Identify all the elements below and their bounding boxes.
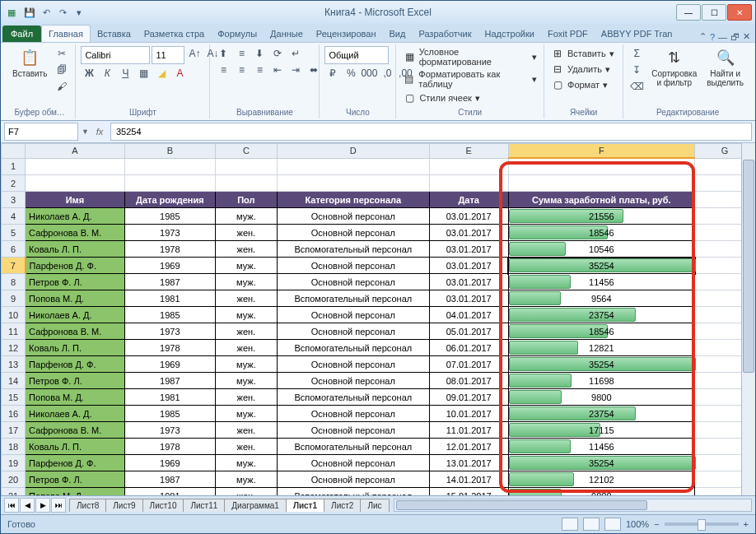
cell-cat[interactable]: Основной персонал <box>277 422 429 439</box>
doc-restore-icon[interactable]: 🗗 <box>730 32 740 42</box>
cell-name[interactable]: Николаев А. Д. <box>26 208 125 225</box>
cell-name[interactable]: Николаев А. Д. <box>26 307 125 323</box>
vertical-scrollbar[interactable] <box>741 143 755 495</box>
cell-birth[interactable]: 1985 <box>124 406 215 422</box>
cell-name[interactable]: Сафронова В. М. <box>26 225 125 241</box>
tab-nav-next-icon[interactable]: ▶ <box>35 498 50 513</box>
row-header[interactable]: 7 <box>2 258 26 274</box>
spreadsheet-grid[interactable]: ABCDEFG 123ИмяДата рожденияПолКатегория … <box>1 143 755 495</box>
cell-cat[interactable]: Вспомогательный персонал <box>277 290 429 307</box>
sheet-tab[interactable]: Лис <box>360 499 389 512</box>
grow-font-icon[interactable]: A↑ <box>186 46 203 61</box>
cell-birth[interactable]: 1987 <box>124 274 215 290</box>
cell-name[interactable]: Парфенов Д. Ф. <box>26 356 125 373</box>
tab-nav-last-icon[interactable]: ⏭ <box>51 498 66 513</box>
cell-birth[interactable]: 1985 <box>124 208 215 225</box>
indent-dec-icon[interactable]: ⇤ <box>269 63 286 77</box>
cell-sex[interactable]: муж. <box>215 455 277 471</box>
cell-sex[interactable]: муж. <box>215 406 277 422</box>
name-box[interactable]: F7 <box>4 123 78 141</box>
table-header-sum[interactable]: Сумма заработной платы, руб. <box>508 192 695 208</box>
paste-button[interactable]: 📋 Вставить <box>9 46 50 80</box>
row-header[interactable]: 18 <box>2 439 26 455</box>
cell-name[interactable]: Коваль Л. П. <box>26 241 125 258</box>
cell[interactable] <box>26 175 125 192</box>
tab-formulas[interactable]: Формулы <box>211 26 264 42</box>
minimize-button[interactable]: — <box>676 4 701 21</box>
orientation-icon[interactable]: ⟳ <box>269 46 286 61</box>
tab-layout[interactable]: Разметка стра <box>138 26 211 42</box>
col-header-C[interactable]: C <box>215 144 277 159</box>
cell-birth[interactable]: 1973 <box>124 323 215 340</box>
cell[interactable] <box>429 175 508 192</box>
cell-sum[interactable]: 11456 <box>508 439 695 455</box>
tab-data[interactable]: Данные <box>264 26 310 42</box>
row-header[interactable]: 5 <box>2 225 26 241</box>
clear-icon[interactable]: ⌫ <box>628 79 645 94</box>
cell-styles-button[interactable]: ▢Стили ячеек ▾ <box>401 91 481 105</box>
align-right-icon[interactable]: ≡ <box>251 63 268 77</box>
align-center-icon[interactable]: ≡ <box>233 63 250 77</box>
cell[interactable] <box>429 158 508 175</box>
cell-name[interactable]: Сафронова В. М. <box>26 422 125 439</box>
percent-icon[interactable]: % <box>343 66 359 81</box>
row-header[interactable]: 15 <box>2 389 26 406</box>
comma-icon[interactable]: 000 <box>361 66 377 81</box>
cell[interactable] <box>124 158 215 175</box>
cell-sex[interactable]: жен. <box>215 389 277 406</box>
autosum-icon[interactable]: Σ <box>628 46 645 61</box>
cell-birth[interactable]: 1985 <box>124 307 215 323</box>
sheet-tab[interactable]: Лист9 <box>105 499 142 512</box>
cell-date[interactable]: 15.01.2017 <box>429 488 508 496</box>
view-break-icon[interactable] <box>604 518 621 531</box>
sheet-tab[interactable]: Лист11 <box>183 499 225 512</box>
row-header[interactable]: 6 <box>2 241 26 258</box>
cell-birth[interactable]: 1981 <box>124 389 215 406</box>
table-header-name[interactable]: Имя <box>26 192 125 208</box>
cell[interactable] <box>508 175 695 192</box>
qat-dropdown-icon[interactable]: ▾ <box>72 5 86 20</box>
cell-sex[interactable]: жен. <box>215 439 277 455</box>
cell-sum[interactable]: 18546 <box>508 323 695 340</box>
cell-birth[interactable]: 1978 <box>124 340 215 356</box>
cell[interactable] <box>26 158 125 175</box>
cell-date[interactable]: 09.01.2017 <box>429 389 508 406</box>
cell-name[interactable]: Петров Ф. Л. <box>26 274 125 290</box>
cell-sum[interactable]: 12102 <box>508 471 695 488</box>
cell-cat[interactable]: Основной персонал <box>277 208 429 225</box>
cell-birth[interactable]: 1973 <box>124 422 215 439</box>
font-name-combo[interactable]: Calibri <box>81 46 150 64</box>
formula-bar[interactable]: 35254 <box>110 123 752 141</box>
cell-name[interactable]: Сафронова В. М. <box>26 323 125 340</box>
align-bottom-icon[interactable]: ⬇ <box>251 46 268 61</box>
cell-date[interactable]: 03.01.2017 <box>429 241 508 258</box>
underline-icon[interactable]: Ч <box>117 66 133 81</box>
conditional-formatting-button[interactable]: ▦Условное форматирование ▾ <box>401 46 539 67</box>
cell-cat[interactable]: Основной персонал <box>277 356 429 373</box>
row-header[interactable]: 10 <box>2 307 26 323</box>
cell-cat[interactable]: Основной персонал <box>277 373 429 389</box>
cell-sex[interactable]: жен. <box>215 241 277 258</box>
font-color-icon[interactable]: A <box>171 66 188 81</box>
cell-sum[interactable]: 9800 <box>508 488 695 496</box>
cell-sum[interactable]: 35254 <box>508 258 695 274</box>
col-header-D[interactable]: D <box>277 144 429 159</box>
cell-sum[interactable]: 9800 <box>508 389 695 406</box>
cell[interactable] <box>277 158 429 175</box>
cell-sum[interactable]: 9564 <box>508 290 695 307</box>
cell-name[interactable]: Парфенов Д. Ф. <box>26 455 125 471</box>
row-header[interactable]: 4 <box>2 208 26 225</box>
col-header-A[interactable]: A <box>26 144 125 159</box>
align-middle-icon[interactable]: ≡ <box>233 46 250 61</box>
view-layout-icon[interactable] <box>583 518 600 531</box>
fill-color-icon[interactable]: ◢ <box>153 66 170 81</box>
cell-birth[interactable]: 1978 <box>124 241 215 258</box>
cell-cat[interactable]: Основной персонал <box>277 406 429 422</box>
redo-icon[interactable]: ↷ <box>55 5 70 20</box>
undo-icon[interactable]: ↶ <box>39 5 54 20</box>
zoom-out-icon[interactable]: − <box>654 519 659 529</box>
copy-icon[interactable]: 🗐 <box>54 63 70 77</box>
align-left-icon[interactable]: ≡ <box>215 63 231 77</box>
close-button[interactable]: ✕ <box>727 4 752 21</box>
view-normal-icon[interactable] <box>562 518 578 531</box>
